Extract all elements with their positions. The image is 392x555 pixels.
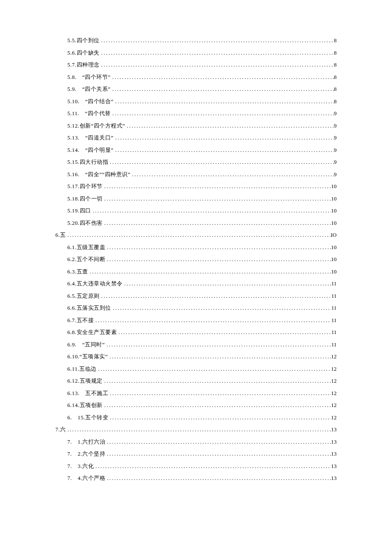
toc-label: 6.4.五大违章动火禁令 xyxy=(67,281,123,286)
toc-row: 7. 3.六化13 xyxy=(55,463,337,469)
toc-page-number: 10 xyxy=(331,183,337,189)
toc-page-number: 13 xyxy=(331,475,337,481)
toc-page-number: 12 xyxy=(331,366,337,372)
toc-row: 5.14. “四个明显”9 xyxy=(55,147,337,153)
toc-page-number: 9 xyxy=(334,171,337,177)
toc-row: 6.12.五项规定12 xyxy=(55,378,337,384)
toc-dot-leader xyxy=(123,281,331,286)
toc-label: 5.16. “四全”“四种意识” xyxy=(67,171,130,177)
toc-row: 6.1.五级五覆盖10 xyxy=(55,244,337,250)
toc-row: 5.20.四不伤害10 xyxy=(55,220,337,226)
toc-label: 5.13. “四道关口” xyxy=(67,135,114,140)
table-of-contents: 5.5.四个到位85.6.四个缺失85.7.四种理念85.8. “四个环节”85… xyxy=(55,38,337,481)
toc-label: 5.20.四不伤害 xyxy=(67,220,103,226)
toc-label: 6.9. “五同时” xyxy=(67,342,105,347)
toc-page-number: 12 xyxy=(331,415,337,420)
toc-row: 7. 1.六打六治13 xyxy=(55,439,337,445)
toc-dot-leader xyxy=(108,159,334,165)
toc-page-number: 11 xyxy=(331,281,337,286)
toc-label: 6.5.五定原则 xyxy=(67,293,100,299)
toc-label: 6.1.五级五覆盖 xyxy=(67,244,105,250)
toc-label: 6.五 xyxy=(55,232,66,238)
toc-row: 5.12.创新“四个方程式”9 xyxy=(55,123,337,128)
toc-page-number: 13 xyxy=(331,451,337,456)
toc-label: 7. 4.六个严格 xyxy=(67,475,105,481)
toc-dot-leader xyxy=(114,99,334,104)
toc-page-number: 9 xyxy=(334,123,337,128)
toc-page-number: 8 xyxy=(334,62,337,67)
toc-label: 6.6.五落实五到位 xyxy=(67,305,111,311)
toc-row: 6.6.五落实五到位11 xyxy=(55,305,337,311)
toc-label: 5.17.四个环节 xyxy=(67,183,103,189)
toc-page-number: 10 xyxy=(331,244,337,250)
toc-row: 5.11. “四个代替9 xyxy=(55,110,337,116)
toc-page-number: 10 xyxy=(331,269,337,274)
toc-dot-leader xyxy=(105,451,331,456)
toc-page-number: 9 xyxy=(334,135,337,140)
toc-dot-leader xyxy=(103,402,331,408)
toc-row: 6.8.安全生产五要素11 xyxy=(55,329,337,335)
toc-page-number: 12 xyxy=(331,390,337,396)
toc-row: 5.18.四个一切10 xyxy=(55,196,337,201)
toc-page-number: 13 xyxy=(331,463,337,469)
toc-dot-leader xyxy=(105,256,331,262)
toc-dot-leader xyxy=(105,342,331,347)
toc-row: 5.7.四种理念8 xyxy=(55,62,337,67)
toc-page-number: 10 xyxy=(331,256,337,262)
toc-label: 6.14.五项创新 xyxy=(67,402,103,408)
toc-page-number: 8 xyxy=(334,50,337,55)
toc-dot-leader xyxy=(97,366,331,372)
toc-dot-leader xyxy=(103,183,331,189)
toc-row: 5.19.四口10 xyxy=(55,208,337,213)
toc-row: 6.9. “五同时”11 xyxy=(55,342,337,347)
toc-page-number: 10 xyxy=(331,196,337,201)
toc-dot-leader xyxy=(114,135,334,140)
toc-row: 6.11.五临边12 xyxy=(55,366,337,372)
toc-label: 5.10. “四个结合” xyxy=(67,99,114,104)
toc-dot-leader xyxy=(108,354,331,359)
toc-dot-leader xyxy=(103,196,331,201)
toc-dot-leader xyxy=(111,74,334,80)
toc-row: 6.14.五项创新12 xyxy=(55,402,337,408)
toc-page-number: 8 xyxy=(334,74,337,80)
toc-page-number: 8 xyxy=(334,38,337,43)
toc-page-number: 9 xyxy=(334,110,337,116)
toc-row: 6.2.五个不间断10 xyxy=(55,256,337,262)
toc-label: 7. 3.六化 xyxy=(67,463,94,469)
toc-label: 5.8. “四个环节” xyxy=(67,74,111,80)
toc-label: 5.12.创新“四个方程式” xyxy=(67,123,125,128)
toc-row: 5.8. “四个环节”8 xyxy=(55,74,337,80)
toc-label: 6.13. 五不施工 xyxy=(67,390,108,396)
toc-row: 6.3.五查10 xyxy=(55,269,337,274)
toc-page-number: 11 xyxy=(331,342,337,347)
toc-row: 5.13. “四道关口”9 xyxy=(55,135,337,140)
toc-dot-leader xyxy=(100,50,334,55)
toc-page-number: 12 xyxy=(331,402,337,408)
toc-dot-leader xyxy=(111,305,331,311)
toc-row: 7.六13 xyxy=(55,427,337,432)
toc-row: 6. 15.五个转变12 xyxy=(55,415,337,420)
toc-page-number: 8 xyxy=(334,99,337,104)
toc-dot-leader xyxy=(94,463,331,469)
toc-dot-leader xyxy=(88,269,331,274)
toc-row: 6.13. 五不施工12 xyxy=(55,390,337,396)
toc-label: 6.8.安全生产五要素 xyxy=(67,329,117,335)
toc-page-number: 11 xyxy=(331,329,337,335)
toc-page-number: 13 xyxy=(331,427,337,432)
toc-row: 5.16. “四全”“四种意识”9 xyxy=(55,171,337,177)
toc-page-number: IO xyxy=(331,232,337,238)
toc-row: 6.4.五大违章动火禁令11 xyxy=(55,281,337,286)
toc-dot-leader xyxy=(105,439,331,445)
toc-dot-leader xyxy=(130,171,334,177)
toc-row: 5.6.四个缺失8 xyxy=(55,50,337,55)
toc-row: 5.9. “四个关系”8 xyxy=(55,86,337,92)
toc-row: 6.5.五定原则11 xyxy=(55,293,337,299)
toc-label: 5.18.四个一切 xyxy=(67,196,103,201)
toc-dot-leader xyxy=(105,475,331,481)
toc-label: 6.10.“五项落实” xyxy=(67,354,108,359)
toc-label: 6.3.五查 xyxy=(67,269,88,274)
toc-row: 7. 4.六个严格13 xyxy=(55,475,337,481)
toc-dot-leader xyxy=(100,62,334,67)
toc-row: 6.10.“五项落实”12 xyxy=(55,354,337,359)
toc-dot-leader xyxy=(111,110,334,116)
